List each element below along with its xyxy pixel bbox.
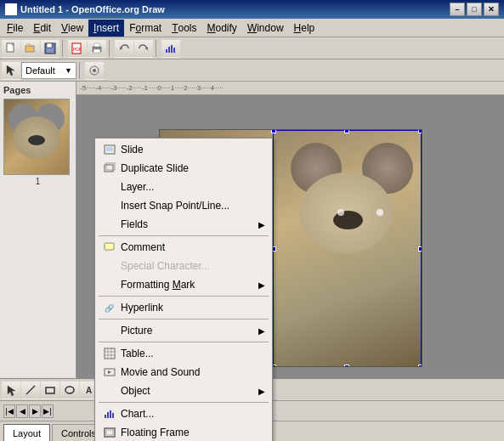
style-dropdown[interactable]: Default ▼ bbox=[21, 62, 76, 79]
line-tool[interactable] bbox=[21, 381, 40, 399]
window-controls: – □ ✕ bbox=[450, 3, 499, 16]
slide-nav-arrows: |◀ ◀ ▶ ▶| bbox=[3, 404, 54, 418]
thumb-bg bbox=[4, 99, 69, 174]
separator-1 bbox=[62, 40, 65, 57]
handle-mid-right[interactable] bbox=[418, 246, 422, 252]
menu-item-table-label: Table... bbox=[121, 348, 265, 359]
menu-format[interactable]: Format bbox=[124, 20, 167, 37]
next-slide-button[interactable]: ▶ bbox=[29, 404, 41, 418]
picture-menu-icon bbox=[102, 323, 117, 338]
ellipse-tool[interactable] bbox=[60, 381, 79, 399]
menu-item-dup-slide-label: Duplicate Slide bbox=[121, 162, 265, 174]
svg-marker-16 bbox=[7, 65, 14, 76]
tab-layout[interactable]: Layout bbox=[3, 424, 50, 441]
picture-arrow-icon: ▶ bbox=[258, 326, 265, 336]
menu-item-fields[interactable]: Fields ▶ bbox=[95, 215, 272, 234]
minimize-button[interactable]: – bbox=[450, 3, 465, 16]
menu-item-fmt-mark-label: Formatting Mark bbox=[121, 279, 258, 291]
ruler-tick: -5·····-4·····-3·····-2·····-1·····0····… bbox=[80, 84, 224, 92]
prev-slide-button[interactable]: ◀ bbox=[16, 404, 28, 418]
style-dropdown-arrow: ▼ bbox=[65, 66, 72, 75]
table-menu-icon bbox=[102, 346, 117, 361]
menu-edit[interactable]: Edit bbox=[28, 20, 56, 37]
svg-marker-19 bbox=[8, 386, 15, 396]
menu-window[interactable]: Window bbox=[242, 20, 289, 37]
svg-rect-1 bbox=[25, 46, 34, 52]
page-thumb-inner bbox=[4, 99, 69, 174]
menu-item-slide-label: Slide bbox=[121, 144, 265, 155]
rect-tool[interactable] bbox=[41, 381, 59, 399]
hyperlink-menu-icon: 🔗 bbox=[102, 300, 117, 315]
fields-arrow-icon: ▶ bbox=[258, 220, 265, 229]
svg-text:🔗: 🔗 bbox=[105, 303, 115, 314]
export-pdf-button[interactable]: PDF bbox=[68, 39, 87, 58]
handle-top-right[interactable] bbox=[418, 129, 422, 133]
menu-item-hyperlink[interactable]: 🔗 Hyperlink bbox=[95, 298, 272, 317]
menu-item-slide[interactable]: Slide bbox=[95, 140, 272, 159]
svg-rect-12 bbox=[166, 49, 167, 53]
menu-view[interactable]: View bbox=[56, 20, 88, 37]
menu-item-snap[interactable]: Insert Snap Point/Line... bbox=[95, 196, 272, 215]
menu-item-movie[interactable]: Movie and Sound bbox=[95, 363, 272, 382]
last-slide-button[interactable]: ▶| bbox=[42, 404, 54, 418]
chart-button[interactable] bbox=[161, 39, 180, 58]
menu-item-chart[interactable]: Chart... bbox=[95, 404, 272, 423]
menu-file[interactable]: File bbox=[2, 20, 28, 37]
separator-dd-3 bbox=[99, 319, 269, 319]
svg-rect-9 bbox=[93, 49, 100, 53]
svg-point-18 bbox=[93, 69, 96, 72]
menu-item-floating-frame[interactable]: Floating Frame bbox=[95, 423, 272, 441]
thumb-nose bbox=[28, 135, 45, 145]
menu-help[interactable]: Help bbox=[289, 20, 320, 37]
menu-item-dup-slide[interactable]: Duplicate Slide bbox=[95, 159, 272, 178]
slide-menu-icon bbox=[102, 142, 117, 157]
movie-menu-icon bbox=[102, 365, 117, 380]
print-button[interactable] bbox=[88, 39, 106, 58]
menu-item-fmt-mark[interactable]: Formatting Mark ▶ bbox=[95, 275, 272, 294]
menu-item-object[interactable]: Object ▶ bbox=[95, 382, 272, 400]
menu-item-hyperlink-label: Hyperlink bbox=[121, 302, 265, 314]
menu-insert[interactable]: Insert bbox=[88, 20, 124, 37]
menu-item-special-char-label: Special Character... bbox=[121, 260, 265, 272]
menu-item-layer[interactable]: Layer... bbox=[95, 178, 272, 196]
special-char-menu-icon bbox=[102, 258, 117, 274]
svg-rect-49 bbox=[105, 415, 106, 418]
handle-bottom-mid[interactable] bbox=[344, 365, 349, 367]
menu-item-special-char: Special Character... bbox=[95, 257, 272, 275]
svg-rect-14 bbox=[171, 45, 173, 53]
svg-rect-3 bbox=[47, 43, 52, 48]
open-button[interactable] bbox=[21, 39, 40, 58]
svg-rect-37 bbox=[106, 147, 113, 151]
dup-slide-menu-icon bbox=[102, 161, 117, 176]
selection-box bbox=[273, 130, 422, 367]
first-slide-button[interactable]: |◀ bbox=[3, 404, 15, 418]
fmt-mark-arrow-icon: ▶ bbox=[258, 280, 265, 290]
main-content: Pages 1 -5·····-4·····-3·····-2·····-1· bbox=[0, 82, 504, 441]
undo-button[interactable] bbox=[115, 39, 133, 58]
handle-top-left[interactable] bbox=[271, 129, 276, 133]
menu-item-movie-label: Movie and Sound bbox=[121, 366, 265, 378]
menu-item-comment[interactable]: Comment bbox=[95, 238, 272, 257]
redo-button[interactable] bbox=[134, 39, 153, 58]
separator-dd-4 bbox=[99, 342, 269, 342]
snap-menu-icon bbox=[102, 198, 117, 213]
menu-item-table[interactable]: Table... bbox=[95, 344, 272, 363]
selection-button[interactable] bbox=[2, 61, 20, 80]
menu-tools[interactable]: Tools bbox=[167, 20, 201, 37]
snap-button[interactable] bbox=[85, 61, 104, 80]
close-button[interactable]: ✕ bbox=[484, 3, 499, 16]
menu-item-floating-frame-label: Floating Frame bbox=[121, 427, 265, 438]
maximize-button[interactable]: □ bbox=[467, 3, 482, 16]
handle-bottom-right[interactable] bbox=[418, 365, 422, 367]
arrow-tool[interactable] bbox=[2, 381, 20, 399]
menu-item-picture[interactable]: Picture ▶ bbox=[95, 321, 272, 340]
svg-rect-8 bbox=[94, 43, 99, 47]
new-button[interactable] bbox=[2, 39, 20, 58]
menu-modify[interactable]: Modify bbox=[202, 20, 242, 37]
title-text: Untitled 1 - OpenOffice.org Draw bbox=[20, 4, 165, 14]
save-button[interactable] bbox=[41, 39, 59, 58]
handle-top-mid[interactable] bbox=[344, 129, 349, 133]
svg-rect-52 bbox=[112, 413, 114, 418]
menu-item-picture-label: Picture bbox=[121, 325, 258, 336]
page-thumbnail-1[interactable] bbox=[3, 99, 70, 175]
